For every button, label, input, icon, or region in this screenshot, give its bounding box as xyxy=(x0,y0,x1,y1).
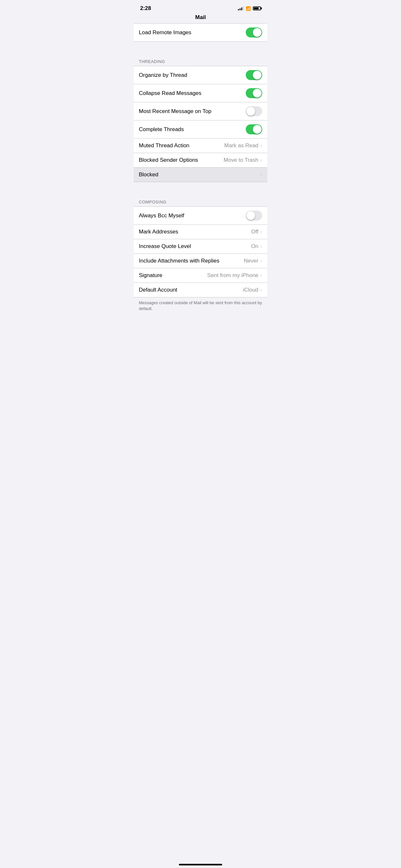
blocked-sender-chevron-icon: › xyxy=(260,157,262,163)
collapse-read-messages-row[interactable]: Collapse Read Messages xyxy=(134,84,267,102)
navigation-bar: Mail xyxy=(134,14,267,23)
blocked-row[interactable]: Blocked › xyxy=(134,167,267,182)
most-recent-on-top-label: Most Recent Message on Top xyxy=(139,108,246,115)
include-attachments-row[interactable]: Include Attachments with Replies Never › xyxy=(134,254,267,268)
default-account-value: iCloud xyxy=(243,287,258,293)
threading-group: Organize by Thread Collapse Read Message… xyxy=(134,66,267,182)
partial-section: Load Remote Images xyxy=(134,23,267,42)
composing-group: Always Bcc Myself Mark Addresses Off › I… xyxy=(134,206,267,298)
signature-row[interactable]: Signature Sent from my iPhone › xyxy=(134,268,267,283)
increase-quote-level-label: Increase Quote Level xyxy=(139,243,251,250)
default-account-right: iCloud › xyxy=(243,287,262,293)
default-account-row[interactable]: Default Account iCloud › xyxy=(134,283,267,297)
always-bcc-myself-label: Always Bcc Myself xyxy=(139,213,246,219)
muted-thread-action-row[interactable]: Muted Thread Action Mark as Read › xyxy=(134,138,267,153)
composing-footer: Messages created outside of Mail will be… xyxy=(134,298,267,317)
always-bcc-myself-row[interactable]: Always Bcc Myself xyxy=(134,207,267,225)
blocked-label: Blocked xyxy=(139,172,260,178)
signature-right: Sent from my iPhone › xyxy=(207,272,262,279)
collapse-read-messages-toggle[interactable] xyxy=(246,88,262,98)
status-bar: 2:28 📶 xyxy=(134,0,267,14)
complete-threads-label: Complete Threads xyxy=(139,126,246,133)
threading-header: THREADING xyxy=(134,53,267,66)
signal-icon xyxy=(238,6,244,10)
organize-by-thread-row[interactable]: Organize by Thread xyxy=(134,66,267,84)
muted-thread-action-value: Mark as Read xyxy=(224,143,258,149)
blocked-right: › xyxy=(260,172,262,178)
mark-addresses-value: Off xyxy=(251,228,258,235)
organize-by-thread-label: Organize by Thread xyxy=(139,72,246,79)
page-title: Mail xyxy=(195,14,206,21)
muted-thread-action-chevron-icon: › xyxy=(260,143,262,149)
muted-thread-action-right: Mark as Read › xyxy=(224,143,263,149)
signature-chevron-icon: › xyxy=(260,272,262,279)
status-icons: 📶 xyxy=(238,6,261,11)
include-attachments-label: Include Attachments with Replies xyxy=(139,258,244,264)
increase-quote-level-value: On xyxy=(251,243,258,250)
mark-addresses-chevron-icon: › xyxy=(260,228,262,235)
blocked-sender-options-row[interactable]: Blocked Sender Options Move to Trash › xyxy=(134,153,267,167)
mark-addresses-row[interactable]: Mark Addresses Off › xyxy=(134,225,267,239)
load-remote-images-row[interactable]: Load Remote Images xyxy=(134,24,267,41)
default-account-label: Default Account xyxy=(139,287,243,293)
signature-value: Sent from my iPhone xyxy=(207,272,258,279)
mark-addresses-right: Off › xyxy=(251,228,262,235)
include-attachments-right: Never › xyxy=(244,258,262,264)
complete-threads-toggle[interactable] xyxy=(246,124,262,134)
battery-icon xyxy=(253,6,261,10)
default-account-chevron-icon: › xyxy=(260,287,262,293)
increase-quote-level-row[interactable]: Increase Quote Level On › xyxy=(134,239,267,254)
settings-scroll: Load Remote Images THREADING Organize by… xyxy=(134,23,267,330)
muted-thread-action-label: Muted Thread Action xyxy=(139,143,224,149)
mark-addresses-label: Mark Addresses xyxy=(139,228,251,235)
include-attachments-value: Never xyxy=(244,258,258,264)
load-remote-images-label: Load Remote Images xyxy=(139,29,246,36)
always-bcc-myself-toggle[interactable] xyxy=(246,211,262,221)
threading-gap xyxy=(134,42,267,53)
blocked-chevron-icon: › xyxy=(260,172,262,178)
complete-threads-row[interactable]: Complete Threads xyxy=(134,120,267,138)
composing-gap xyxy=(134,182,267,194)
blocked-sender-options-label: Blocked Sender Options xyxy=(139,157,224,163)
status-time: 2:28 xyxy=(140,5,151,11)
signature-label: Signature xyxy=(139,272,207,279)
load-remote-images-toggle[interactable] xyxy=(246,27,262,37)
composing-header: COMPOSING xyxy=(134,194,267,206)
increase-quote-level-chevron-icon: › xyxy=(260,243,262,250)
most-recent-on-top-row[interactable]: Most Recent Message on Top xyxy=(134,102,267,120)
organize-by-thread-toggle[interactable] xyxy=(246,70,262,80)
blocked-sender-options-value: Move to Trash xyxy=(224,157,258,163)
wifi-icon: 📶 xyxy=(246,6,251,11)
bottom-spacer xyxy=(134,317,267,330)
collapse-read-messages-label: Collapse Read Messages xyxy=(139,90,246,97)
blocked-sender-options-right: Move to Trash › xyxy=(224,157,262,163)
most-recent-on-top-toggle[interactable] xyxy=(246,106,262,116)
increase-quote-level-right: On › xyxy=(251,243,262,250)
include-attachments-chevron-icon: › xyxy=(260,258,262,264)
